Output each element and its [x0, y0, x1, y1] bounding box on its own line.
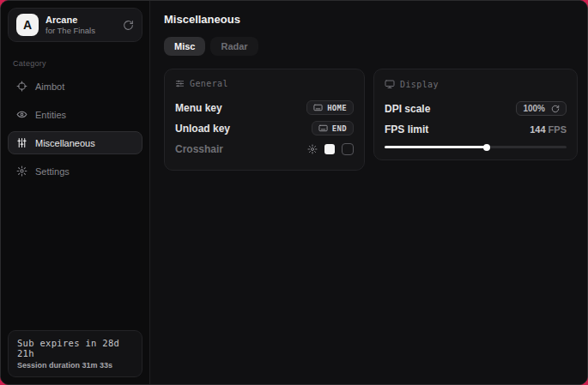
brand-subtitle: for The Finals [45, 26, 95, 35]
session-card: Sub expires in 28d 21h Session duration … [8, 330, 142, 377]
sub-expires-text: Sub expires in 28d 21h [17, 338, 133, 358]
sidebar-item-label: Miscellaneous [35, 138, 95, 148]
crosshair-controls [307, 143, 354, 155]
unload-key-value: END [332, 124, 347, 133]
sidebar-spacer [1, 183, 149, 323]
menu-key-bind-button[interactable]: HOME [306, 100, 354, 115]
brand-name: Arcane [45, 15, 95, 25]
brand-text: Arcane for The Finals [45, 15, 95, 35]
dpi-scale-label: DPI scale [385, 103, 430, 115]
crosshair-color-swatch[interactable] [324, 144, 335, 154]
display-card-title: Display [400, 80, 439, 89]
fps-limit-label: FPS limit [385, 123, 428, 135]
session-duration-text: Session duration 31m 33s [17, 361, 133, 370]
sidebar-item-settings[interactable]: Settings [8, 159, 142, 183]
gear-icon [15, 165, 27, 177]
sidebar-item-entities[interactable]: Entities [8, 103, 142, 126]
crosshair-row: Crosshair [175, 139, 354, 159]
sliders-icon [15, 137, 27, 148]
sliders-horizontal-icon [175, 79, 185, 88]
brand-card: A Arcane for The Finals [8, 8, 142, 42]
sidebar-item-label: Settings [35, 166, 70, 177]
page-title: Miscellaneous [164, 13, 578, 26]
fps-limit-value: 144 FPS [530, 124, 567, 135]
monitor-icon [385, 79, 395, 89]
sidebar-item-label: Aimbot [35, 81, 64, 92]
app-window: A Arcane for The Finals Category [0, 0, 588, 385]
dpi-scale-control[interactable]: 100% [516, 101, 567, 116]
tab-radar[interactable]: Radar [210, 37, 258, 56]
crosshair-settings-gear-icon[interactable] [307, 144, 318, 154]
general-card: General Menu key HOME [164, 69, 365, 171]
dpi-scale-value: 100% [523, 104, 545, 113]
fps-slider-thumb[interactable] [483, 144, 490, 151]
general-card-header: General [175, 79, 354, 88]
unload-key-row: Unload key END [175, 118, 354, 138]
fps-number: 144 [530, 124, 545, 135]
crosshair-checkbox[interactable] [342, 143, 354, 155]
keyboard-icon [313, 103, 323, 112]
sidebar-item-label: Entities [35, 110, 66, 120]
tab-bar: Misc Radar [164, 37, 578, 56]
category-label: Category [1, 49, 149, 75]
fps-limit-slider[interactable] [385, 146, 567, 148]
entities-icon [15, 109, 27, 120]
cards-row: General Menu key HOME [164, 69, 578, 171]
unload-key-label: Unload key [175, 123, 230, 135]
main-panel: Miscellaneous Misc Radar General [150, 1, 588, 384]
brand-logo: A [16, 14, 39, 36]
display-card: Display DPI scale 100% [373, 69, 578, 160]
keyboard-icon [318, 123, 328, 133]
sidebar-item-aimbot[interactable]: Aimbot [8, 75, 142, 98]
display-card-header: Display [385, 79, 567, 89]
reset-icon[interactable] [551, 105, 560, 113]
menu-key-value: HOME [327, 104, 347, 112]
menu-key-label: Menu key [175, 102, 222, 114]
sidebar-nav: Aimbot Entities Miscella [1, 75, 149, 183]
sidebar: A Arcane for The Finals Category [1, 1, 150, 384]
crosshair-label: Crosshair [175, 143, 223, 155]
sync-icon[interactable] [123, 20, 134, 31]
tab-misc[interactable]: Misc [164, 37, 205, 56]
fps-unit: FPS [549, 124, 567, 135]
general-card-title: General [190, 79, 228, 88]
fps-slider-fill [385, 146, 487, 148]
dpi-scale-row: DPI scale 100% [385, 99, 567, 118]
sidebar-item-miscellaneous[interactable]: Miscellaneous [8, 131, 142, 154]
crosshair-icon [15, 81, 27, 92]
unload-key-bind-button[interactable]: END [312, 121, 354, 135]
menu-key-row: Menu key HOME [175, 98, 354, 117]
fps-limit-row: FPS limit 144 FPS [385, 119, 567, 139]
